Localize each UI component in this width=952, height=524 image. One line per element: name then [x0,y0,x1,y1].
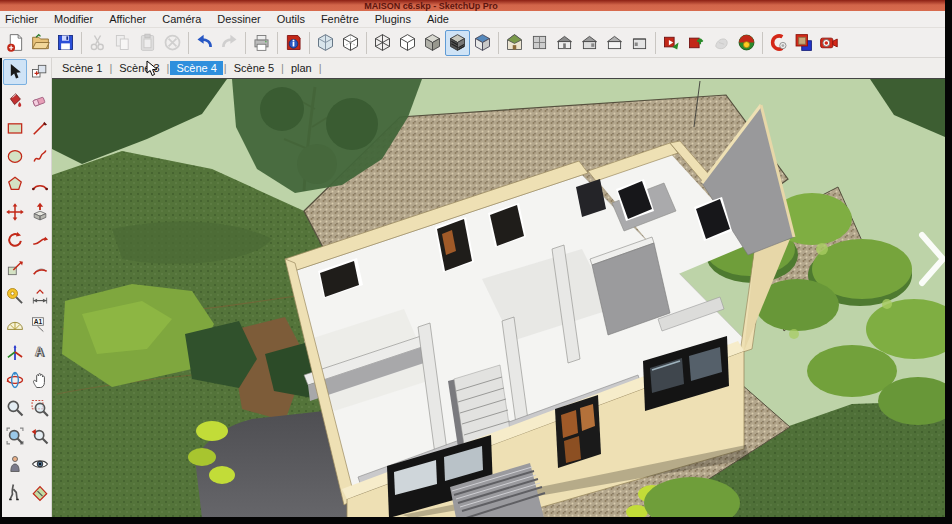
rotate-tool[interactable] [3,227,27,253]
plugin-export-2-button[interactable] [684,30,709,56]
svg-text:A: A [34,345,43,359]
polygon-tool[interactable] [3,171,27,197]
model-info-icon [283,32,304,53]
view-left-button[interactable] [627,30,652,56]
view-back-button[interactable] [602,30,627,56]
model-scene [52,79,945,517]
layers-overlay-button[interactable] [791,30,816,56]
text-tool[interactable]: A1 [28,311,52,337]
menu-bar: FichierModifierAfficherCaméraDessinerOut… [0,11,945,28]
view-top-button[interactable] [527,30,552,56]
scene-tab-1[interactable]: Scène 1 [56,61,108,75]
wireframe-button[interactable] [370,30,395,56]
paste-button [135,30,160,56]
delete-button [160,30,185,56]
xray-icon [315,32,336,53]
open-file-icon [30,32,51,53]
view-front-button[interactable] [552,30,577,56]
plugin-export-1-button[interactable] [659,30,684,56]
shaded-textures-button[interactable] [445,30,470,56]
push-pull-tool[interactable] [28,199,52,225]
rectangle-tool[interactable] [3,115,27,141]
plugin-export-3-icon [711,32,732,53]
look-around-tool[interactable] [28,451,52,477]
select-tool[interactable] [3,59,27,85]
menu-dessiner[interactable]: Dessiner [209,12,268,26]
protractor-icon [5,314,25,334]
menu-camera[interactable]: Caméra [154,12,209,26]
tool-palette: A1AA [2,58,52,517]
cut-button [85,30,110,56]
view-right-button[interactable] [577,30,602,56]
frame-right [945,0,952,524]
zoom-window-tool[interactable] [28,395,52,421]
menu-fichier[interactable]: Fichier [0,12,46,26]
toolbar-separator [498,32,499,54]
follow-me-tool[interactable] [28,227,52,253]
print-button[interactable] [249,30,274,56]
back-edges-button[interactable] [338,30,363,56]
open-file-button[interactable] [28,30,53,56]
scene-tab-5[interactable]: plan [285,61,318,75]
new-file-button[interactable] [3,30,28,56]
scene-tab-4[interactable]: Scène 5 [228,61,280,75]
menu-aide[interactable]: Aide [419,12,457,26]
position-camera-tool[interactable] [3,451,27,477]
freehand-tool[interactable] [28,143,52,169]
monochrome-button[interactable] [470,30,495,56]
undo-button[interactable] [192,30,217,56]
scale-icon [5,258,25,278]
scene-tab-2[interactable]: Scène 3 [113,61,165,75]
circle-tool[interactable] [3,143,27,169]
offset-tool[interactable] [28,255,52,281]
save-file-button[interactable] [53,30,78,56]
protractor-tool[interactable] [3,311,27,337]
tape-measure-tool[interactable] [3,283,27,309]
menu-fenetre[interactable]: Fenêtre [313,12,367,26]
axes-tool[interactable] [3,339,27,365]
menu-plugins[interactable]: Plugins [367,12,419,26]
title-bar: MAISON c6.skp - SketchUp Pro [0,0,952,11]
arc-tool[interactable] [28,171,52,197]
zoom-tool[interactable] [3,395,27,421]
plugin-export-3-button [709,30,734,56]
menu-modifier[interactable]: Modifier [46,12,101,26]
position-camera-icon [5,454,25,474]
menu-outils[interactable]: Outils [269,12,313,26]
hidden-line-button[interactable] [395,30,420,56]
3d-text-tool[interactable]: AA [28,339,52,365]
zoom-window-icon [30,398,50,418]
orbit-icon [5,370,25,390]
frame-left [0,58,2,517]
scale-tool[interactable] [3,255,27,281]
view-iso-button[interactable] [502,30,527,56]
dimension-tool[interactable] [28,283,52,309]
camera-snapshot-button[interactable] [816,30,841,56]
plugin-export-2-icon [686,32,707,53]
xray-button[interactable] [313,30,338,56]
model-info-button[interactable] [281,30,306,56]
scene-tab-3[interactable]: Scène 4 [170,61,222,75]
main-toolbar [0,28,945,58]
walk-tool[interactable] [3,479,27,505]
paint-bucket-icon [5,90,25,110]
camera-export-button[interactable] [766,30,791,56]
line-icon [30,118,50,138]
section-plane-tool[interactable] [28,479,52,505]
zoom-previous-tool[interactable] [28,423,52,449]
make-component-tool[interactable] [28,59,52,85]
orbit-tool[interactable] [3,367,27,393]
camera-export-icon [768,32,789,53]
menu-afficher[interactable]: Afficher [101,12,154,26]
line-tool[interactable] [28,115,52,141]
plugin-export-4-button[interactable] [734,30,759,56]
move-tool[interactable] [3,199,27,225]
zoom-extents-tool[interactable] [3,423,27,449]
3d-viewport[interactable] [52,78,945,517]
eraser-tool[interactable] [28,87,52,113]
zoom-icon [5,398,25,418]
eraser-icon [30,90,50,110]
paint-bucket-tool[interactable] [3,87,27,113]
pan-tool[interactable] [28,367,52,393]
shaded-button[interactable] [420,30,445,56]
